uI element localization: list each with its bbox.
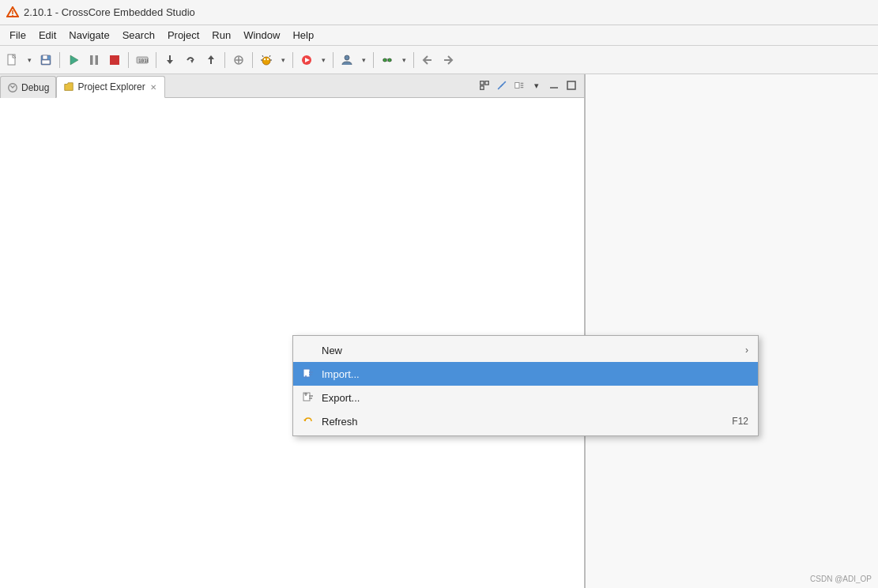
build-button[interactable]: 1010 xyxy=(133,51,152,70)
right-panel xyxy=(585,74,878,588)
separator-7 xyxy=(333,52,333,68)
tab-toolbar: ▾ xyxy=(477,77,579,93)
connect-dropdown[interactable]: ▾ xyxy=(398,51,409,70)
svg-rect-41 xyxy=(515,83,519,89)
svg-rect-6 xyxy=(42,60,50,64)
panel-content: New › Import... xyxy=(0,98,584,588)
left-panel: Debug Project Explorer ✕ xyxy=(0,74,585,588)
bug-dropdown[interactable]: ▾ xyxy=(277,51,288,70)
app-icon xyxy=(6,6,19,19)
import-icon xyxy=(301,367,315,381)
svg-point-23 xyxy=(267,58,269,59)
title-text: 2.10.1 - CrossCore Embedded Studio xyxy=(24,6,195,18)
tab-bar: Debug Project Explorer ✕ xyxy=(0,74,584,98)
svg-point-32 xyxy=(383,58,386,62)
menu-project[interactable]: Project xyxy=(161,27,205,43)
minimize-panel-button[interactable] xyxy=(546,77,562,93)
view-menu-button[interactable] xyxy=(511,77,527,93)
profile-dropdown[interactable]: ▾ xyxy=(358,51,369,70)
refresh-icon xyxy=(301,414,315,428)
tab-close-project-explorer[interactable]: ✕ xyxy=(149,82,158,92)
svg-point-22 xyxy=(264,58,266,59)
new-file-dropdown[interactable]: ▾ xyxy=(24,51,35,70)
svg-marker-49 xyxy=(303,377,308,379)
chevron-down-button[interactable]: ▾ xyxy=(529,77,545,93)
svg-line-24 xyxy=(262,55,263,57)
watermark: CSDN @ADI_OP xyxy=(810,575,872,583)
svg-marker-17 xyxy=(208,55,214,59)
menu-search[interactable]: Search xyxy=(116,27,161,43)
separator-1 xyxy=(59,52,60,68)
title-bar: 2.10.1 - CrossCore Embedded Studio xyxy=(0,0,878,25)
pause-button[interactable] xyxy=(85,51,104,70)
context-menu: New › Import... xyxy=(292,335,759,436)
collapse-all-button[interactable] xyxy=(477,77,492,93)
menu-file[interactable]: File xyxy=(3,27,32,43)
svg-point-30 xyxy=(345,55,349,60)
toolbar: ▾ 1010 xyxy=(0,46,878,74)
svg-rect-39 xyxy=(480,86,484,89)
tab-project-explorer[interactable]: Project Explorer ✕ xyxy=(56,76,164,98)
menu-help[interactable]: Help xyxy=(286,27,320,43)
menu-run[interactable]: Run xyxy=(205,27,237,43)
svg-marker-15 xyxy=(190,60,194,63)
separator-8 xyxy=(373,52,374,68)
ctx-refresh[interactable]: Refresh F12 xyxy=(293,409,758,433)
separator-5 xyxy=(252,52,253,68)
menu-edit[interactable]: Edit xyxy=(32,27,62,43)
debug-button[interactable] xyxy=(64,51,83,70)
svg-rect-47 xyxy=(303,369,310,377)
separator-6 xyxy=(292,52,293,68)
profile-button[interactable] xyxy=(337,51,356,70)
tab-debug[interactable]: Debug xyxy=(0,76,56,98)
extra-1[interactable] xyxy=(229,51,248,70)
ctx-import[interactable]: Import... xyxy=(293,362,758,386)
save-button[interactable] xyxy=(36,51,55,70)
svg-point-33 xyxy=(388,58,391,62)
separator-2 xyxy=(128,52,129,68)
svg-rect-10 xyxy=(110,55,119,65)
separator-9 xyxy=(413,52,414,68)
svg-rect-9 xyxy=(96,55,99,65)
step-into-button[interactable] xyxy=(160,51,179,70)
separator-4 xyxy=(224,52,225,68)
step-over-button[interactable] xyxy=(181,51,200,70)
export-icon xyxy=(301,390,315,405)
connect-button[interactable] xyxy=(378,51,397,70)
forward-button[interactable] xyxy=(439,51,458,70)
svg-rect-46 xyxy=(567,81,575,89)
ctx-new-icon xyxy=(301,343,315,357)
svg-text:1010: 1010 xyxy=(138,58,149,63)
svg-rect-8 xyxy=(90,55,93,65)
svg-point-21 xyxy=(262,57,270,65)
ctx-refresh-shortcut: F12 xyxy=(732,416,748,427)
separator-3 xyxy=(156,52,156,68)
ctx-export[interactable]: Export... xyxy=(293,386,758,409)
menu-navigate[interactable]: Navigate xyxy=(62,27,115,43)
svg-rect-5 xyxy=(43,55,47,59)
back-button[interactable] xyxy=(418,51,437,70)
link-editor-button[interactable] xyxy=(494,77,510,93)
new-file-button[interactable] xyxy=(3,51,22,70)
svg-rect-38 xyxy=(485,81,488,85)
menu-window[interactable]: Window xyxy=(237,27,286,43)
svg-marker-14 xyxy=(167,60,173,64)
launch-button[interactable] xyxy=(297,51,316,70)
svg-line-25 xyxy=(269,55,270,57)
svg-marker-7 xyxy=(70,55,78,65)
menu-bar: File Edit Navigate Search Project Run Wi… xyxy=(0,25,878,46)
svg-point-2 xyxy=(12,15,13,17)
main-area: Debug Project Explorer ✕ xyxy=(0,74,878,588)
ctx-new-arrow: › xyxy=(745,345,748,356)
svg-rect-37 xyxy=(480,81,484,85)
launch-dropdown[interactable]: ▾ xyxy=(318,51,329,70)
step-return-button[interactable] xyxy=(202,51,220,70)
ctx-new[interactable]: New › xyxy=(293,338,758,362)
bug-button[interactable] xyxy=(257,51,276,70)
svg-line-40 xyxy=(500,84,503,87)
maximize-panel-button[interactable] xyxy=(563,77,579,93)
stop-button[interactable] xyxy=(105,51,124,70)
